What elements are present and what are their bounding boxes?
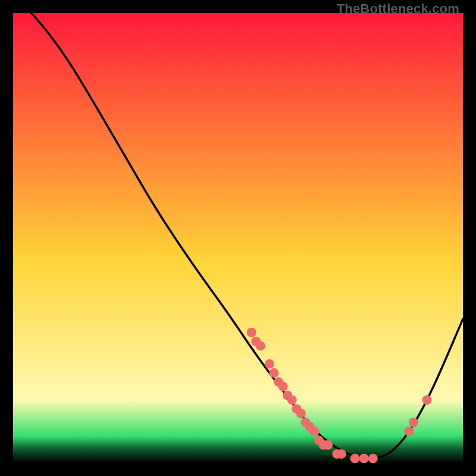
data-point	[296, 409, 306, 418]
data-point	[368, 453, 378, 463]
data-point	[265, 359, 274, 369]
data-point	[404, 427, 414, 436]
data-point	[269, 368, 278, 378]
data-point	[256, 341, 265, 350]
data-point	[323, 440, 333, 450]
bottleneck-chart	[13, 13, 463, 463]
chart-frame	[13, 13, 463, 463]
data-point	[359, 453, 369, 463]
data-point	[278, 381, 288, 391]
attribution-label: TheBottleneck.com	[337, 1, 459, 17]
data-point	[310, 427, 320, 436]
data-point	[287, 395, 297, 405]
data-point	[247, 328, 256, 337]
data-point	[337, 449, 346, 459]
data-point	[422, 395, 432, 405]
data-point	[350, 453, 360, 463]
data-point	[409, 418, 418, 427]
